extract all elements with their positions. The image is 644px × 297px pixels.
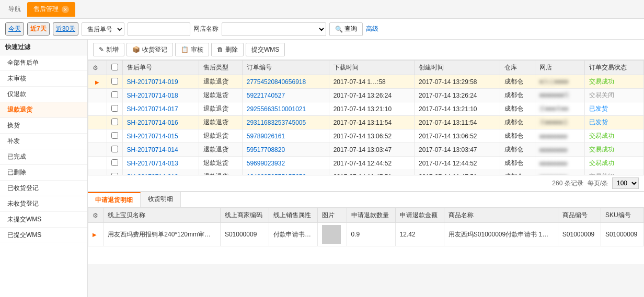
aftersale-id[interactable]: SH-20170714-015 bbox=[122, 129, 199, 143]
tab-receive-detail[interactable]: 收货明细 bbox=[141, 192, 181, 207]
row-checkbox-cell[interactable] bbox=[107, 170, 122, 175]
order-id[interactable]: 59789026161 bbox=[242, 129, 329, 143]
play-cell bbox=[88, 129, 107, 143]
delete-btn[interactable]: 🗑 删除 bbox=[211, 43, 244, 56]
order-id[interactable]: 59699023932 bbox=[242, 157, 329, 170]
tab-refund-detail[interactable]: 申请退货明细 bbox=[88, 192, 141, 207]
row-checkbox-cell[interactable] bbox=[107, 116, 122, 129]
b-col-refund-qty: 申请退款数量 bbox=[347, 208, 395, 223]
table-row[interactable]: SH-20170714-016 退款退货 29311683253745005 2… bbox=[88, 116, 644, 129]
new-btn[interactable]: ✎ 新增 bbox=[93, 43, 124, 56]
settings-icon[interactable]: ⚙ bbox=[93, 64, 98, 72]
sidebar-item[interactable]: 未提交WMS bbox=[0, 212, 87, 228]
select-all-checkbox[interactable] bbox=[111, 64, 118, 70]
col-create-time: 创建时间 bbox=[415, 61, 500, 75]
shop: 苏■■■寿■■ bbox=[535, 102, 584, 116]
after-sale-tab[interactable]: 售后管理 × bbox=[27, 2, 75, 17]
plus-icon: ✎ bbox=[99, 46, 104, 53]
receive-btn[interactable]: 📦 收货登记 bbox=[126, 43, 173, 56]
submit-wms-label: 提交WMS bbox=[251, 45, 279, 54]
row-checkbox-cell[interactable] bbox=[107, 75, 122, 89]
order-id[interactable]: 59221740527 bbox=[242, 89, 329, 102]
receive-btn-label: 收货登记 bbox=[142, 45, 167, 54]
bottom-table-area: ⚙ 线上宝贝名称 线上商家编码 线上销售属性 图片 申请退款数量 申请退款金额 … bbox=[88, 208, 644, 263]
row-checkbox[interactable] bbox=[111, 78, 118, 85]
table-row[interactable]: SH-20170714-018 退款退货 59221740527 2017-07… bbox=[88, 89, 644, 102]
aftersale-id[interactable]: SH-20170714-013 bbox=[122, 157, 199, 170]
order-id[interactable]: 27754520840656918 bbox=[242, 75, 329, 89]
download-time: 2017-07-14 11:47:51 bbox=[329, 170, 414, 175]
table-row[interactable]: SH-20170714-015 退款退货 59789026161 2017-07… bbox=[88, 129, 644, 143]
today-btn[interactable]: 今天 bbox=[5, 22, 24, 35]
trade-status: 交易成功 bbox=[584, 157, 643, 170]
sidebar-item[interactable]: 已删除 bbox=[0, 165, 87, 181]
right-panel: ✎ 新增 📦 收货登记 📋 审核 🗑 删除 提交WMS bbox=[88, 40, 644, 297]
create-time: 2017-07-14 13:29:58 bbox=[415, 75, 500, 89]
col-gear[interactable]: ⚙ bbox=[88, 61, 107, 75]
receive-icon: 📦 bbox=[132, 46, 140, 53]
shop-select[interactable] bbox=[222, 22, 326, 36]
aftersale-id[interactable]: SH-20170714-019 bbox=[122, 75, 199, 89]
b-col-gear[interactable]: ⚙ bbox=[88, 208, 104, 223]
audit-btn[interactable]: 📋 审核 bbox=[175, 43, 209, 56]
b-refund-qty: 0.9 bbox=[347, 223, 395, 246]
advanced-btn[interactable]: 高级 bbox=[366, 25, 378, 33]
row-checkbox-cell[interactable] bbox=[107, 89, 122, 102]
field-select[interactable]: 售后单号 bbox=[82, 22, 124, 36]
search-btn[interactable]: 🔍 查询 bbox=[329, 22, 363, 36]
table-row[interactable]: SH-20170714-014 退款退货 59517708820 2017-07… bbox=[88, 143, 644, 157]
row-checkbox[interactable] bbox=[111, 146, 118, 152]
close-tab-btn[interactable]: × bbox=[62, 6, 69, 13]
table-row[interactable]: SH-20170714-017 退款退货 29255663510001021 2… bbox=[88, 102, 644, 116]
main-table-area: ⚙ 售后单号 售后类型 订单编号 下载时间 创建时间 仓库 网店 订单交易状态 … bbox=[88, 60, 644, 175]
aftersale-id[interactable]: SH-20170714-012 bbox=[122, 170, 199, 175]
sidebar-item[interactable]: 已完成 bbox=[0, 149, 87, 165]
aftersale-id[interactable]: SH-20170714-016 bbox=[122, 116, 199, 129]
create-time: 2017-07-14 13:21:10 bbox=[415, 102, 500, 116]
sidebar-item[interactable]: 退款退货 bbox=[0, 102, 87, 118]
row-checkbox[interactable] bbox=[111, 105, 118, 112]
aftersale-type: 退款退货 bbox=[199, 143, 243, 157]
table-row[interactable]: SH-20170714-012 退款退货 13482359575155656 2… bbox=[88, 170, 644, 175]
last30-btn[interactable]: 近30天 bbox=[53, 22, 78, 35]
sidebar-item[interactable]: 全部售后单 bbox=[0, 55, 87, 71]
row-checkbox[interactable] bbox=[111, 132, 118, 139]
sidebar-item[interactable]: 已收货登记 bbox=[0, 181, 87, 196]
warehouse: 成都仓 bbox=[500, 75, 535, 89]
order-id[interactable]: 59517708820 bbox=[242, 143, 329, 157]
create-time: 2017-07-14 13:26:24 bbox=[415, 89, 500, 102]
table-row[interactable]: ▶ SH-20170714-019 退款退货 27754520840656918… bbox=[88, 75, 644, 89]
row-checkbox-cell[interactable] bbox=[107, 102, 122, 116]
delete-btn-label: 删除 bbox=[225, 45, 238, 54]
sidebar-item[interactable]: 补发 bbox=[0, 134, 87, 149]
row-checkbox-cell[interactable] bbox=[107, 129, 122, 143]
row-checkbox-cell[interactable] bbox=[107, 157, 122, 170]
sidebar-item[interactable]: 未收货登记 bbox=[0, 196, 87, 212]
row-checkbox-cell[interactable] bbox=[107, 143, 122, 157]
row-checkbox[interactable] bbox=[111, 91, 118, 98]
row-checkbox[interactable] bbox=[111, 118, 118, 125]
order-id[interactable]: 29311683253745005 bbox=[242, 116, 329, 129]
sidebar-item[interactable]: 仅退款 bbox=[0, 87, 87, 102]
sidebar-item[interactable]: 已提交WMS bbox=[0, 228, 87, 243]
audit-icon: 📋 bbox=[181, 46, 189, 53]
aftersale-id[interactable]: SH-20170714-018 bbox=[122, 89, 199, 102]
aftersale-id[interactable]: SH-20170714-014 bbox=[122, 143, 199, 157]
b-col-refund-amount: 申请退款金额 bbox=[395, 208, 444, 223]
action-toolbar: ✎ 新增 📦 收货登记 📋 审核 🗑 删除 提交WMS bbox=[88, 40, 644, 60]
last7-btn[interactable]: 近7天 bbox=[27, 22, 50, 35]
bottom-table-row[interactable]: ▶ 用友西玛费用报销单240*120mm审… S01000009 付款申请书… … bbox=[88, 223, 644, 246]
search-input[interactable] bbox=[128, 22, 190, 36]
b-settings-icon[interactable]: ⚙ bbox=[93, 212, 98, 219]
submit-wms-btn[interactable]: 提交WMS bbox=[246, 43, 285, 56]
table-row[interactable]: SH-20170714-013 退款退货 59699023932 2017-07… bbox=[88, 157, 644, 170]
b-col-product-code: 商品编号 bbox=[558, 208, 601, 223]
play-cell bbox=[88, 170, 107, 175]
order-id[interactable]: 29255663510001021 bbox=[242, 102, 329, 116]
row-checkbox[interactable] bbox=[111, 159, 118, 166]
per-page-select[interactable]: 100 bbox=[612, 177, 639, 189]
aftersale-id[interactable]: SH-20170714-017 bbox=[122, 102, 199, 116]
sidebar-item[interactable]: 未审核 bbox=[0, 71, 87, 87]
order-id[interactable]: 13482359575155656 bbox=[242, 170, 329, 175]
sidebar-item[interactable]: 换货 bbox=[0, 118, 87, 134]
